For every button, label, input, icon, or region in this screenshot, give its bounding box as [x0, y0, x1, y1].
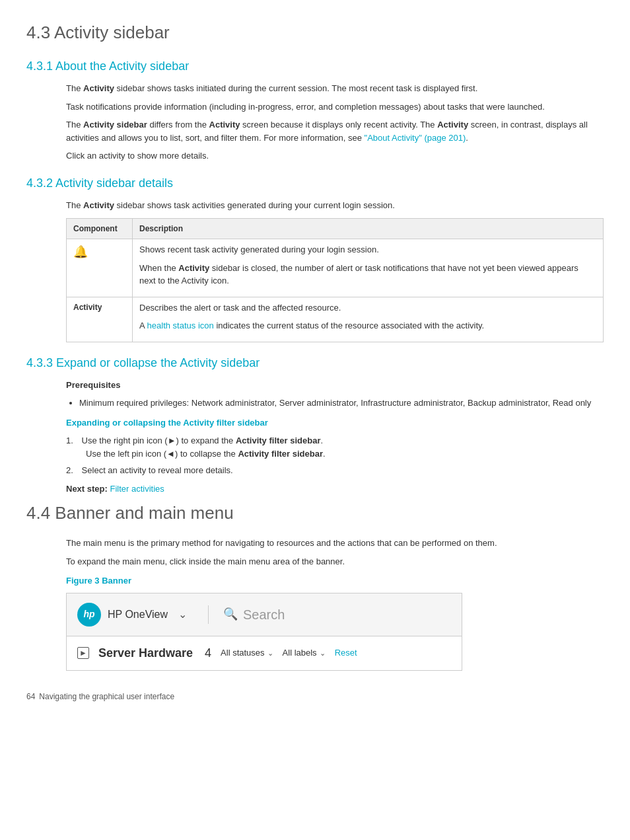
search-icon: 🔍: [223, 605, 238, 623]
next-step-text: Next step: Filter activities: [66, 482, 604, 496]
health-status-link[interactable]: health status icon: [147, 321, 214, 330]
reset-link[interactable]: Reset: [335, 646, 357, 660]
section-432-title: 4.3.2 Activity sidebar details: [26, 174, 604, 192]
status-chevron-icon: ⌄: [267, 648, 273, 659]
section-431-title: 4.3.1 About the Activity sidebar: [26, 57, 604, 75]
para-2: Task notifications provide information (…: [66, 100, 604, 114]
pin-right-icon[interactable]: ►: [77, 647, 89, 659]
component-bell-cell: 🔔: [67, 239, 133, 297]
section-432-content: The Activity sidebar shows task activiti…: [66, 199, 604, 342]
bell-icon: 🔔: [73, 245, 88, 258]
prereq-item: Minimum required privileges: Network adm…: [79, 397, 604, 410]
step-2: 2. Select an activity to reveal more det…: [66, 464, 604, 477]
prereq-list: Minimum required privileges: Network adm…: [79, 397, 604, 410]
step-1: 1. Use the right pin icon (►) to expand …: [66, 434, 604, 460]
about-activity-link[interactable]: "About Activity" (page 201): [365, 133, 466, 143]
table-row: 🔔 Shows recent task activity generated d…: [67, 239, 604, 297]
section-44-content: The main menu is the primary method for …: [66, 537, 604, 671]
brand-name: HP OneView: [108, 607, 168, 623]
para-4: Click an activity to show more details.: [66, 149, 604, 163]
expanding-heading: Expanding or collapsing the Activity fil…: [66, 416, 604, 430]
table-header-description: Description: [133, 219, 604, 239]
prereq-heading: Prerequisites: [66, 379, 604, 392]
component-activity-cell: Activity: [67, 297, 133, 342]
section-44-para-2: To expand the main menu, click inside th…: [66, 555, 604, 568]
para-1: The Activity sidebar shows tasks initiat…: [66, 82, 604, 95]
footer-text: Navigating the graphical user interface: [39, 691, 174, 703]
search-area[interactable]: 🔍 Search: [223, 605, 285, 625]
activity-details-table: Component Description 🔔 Shows recent tas…: [66, 218, 604, 342]
section-44-title: 4.4 Banner and main menu: [26, 500, 604, 526]
banner-figure: hp HP OneView ⌄ 🔍 Search ► Server Hardwa…: [66, 593, 462, 671]
section-432-intro: The Activity sidebar shows task activiti…: [66, 199, 604, 212]
all-labels-label: All labels: [283, 646, 317, 660]
bell-description-cell: Shows recent task activity generated dur…: [133, 239, 604, 297]
hp-logo: hp: [77, 603, 101, 627]
steps-list: 1. Use the right pin icon (►) to expand …: [66, 434, 604, 477]
section-433-content: Prerequisites Minimum required privilege…: [66, 379, 604, 496]
hp-logo-text: hp: [83, 607, 94, 621]
all-statuses-label: All statuses: [221, 646, 264, 660]
labels-chevron-icon: ⌄: [320, 648, 326, 659]
banner-divider: [208, 605, 209, 624]
table-header-component: Component: [67, 219, 133, 239]
chevron-down-icon[interactable]: ⌄: [178, 607, 187, 623]
count-badge: 4: [205, 644, 211, 662]
page-number: 64: [26, 691, 35, 703]
activity-description-cell: Describes the alert or task and the affe…: [133, 297, 604, 342]
server-hardware-label: Server Hardware: [98, 644, 193, 662]
all-statuses-dropdown[interactable]: All statuses ⌄: [221, 646, 273, 660]
section-433-title: 4.3.3 Expand or collapse the Activity si…: [26, 354, 604, 372]
banner-top-bar: hp HP OneView ⌄ 🔍 Search: [67, 593, 462, 636]
para-3: The Activity sidebar differs from the Ac…: [66, 118, 604, 144]
page-footer: 64 Navigating the graphical user interfa…: [26, 691, 604, 703]
section-44-para-1: The main menu is the primary method for …: [66, 537, 604, 550]
all-labels-dropdown[interactable]: All labels ⌄: [283, 646, 326, 660]
search-placeholder: Search: [243, 605, 285, 625]
banner-bottom-bar: ► Server Hardware 4 All statuses ⌄ All l…: [67, 636, 462, 670]
table-row: Activity Describes the alert or task and…: [67, 297, 604, 342]
figure-3-label: Figure 3 Banner: [66, 574, 604, 588]
section-43-title: 4.3 Activity sidebar: [26, 20, 604, 46]
step-1-sub: Use the left pin icon (◄) to collapse th…: [86, 447, 604, 461]
section-431-content: The Activity sidebar shows tasks initiat…: [66, 82, 604, 163]
filter-activities-link[interactable]: Filter activities: [110, 484, 164, 494]
